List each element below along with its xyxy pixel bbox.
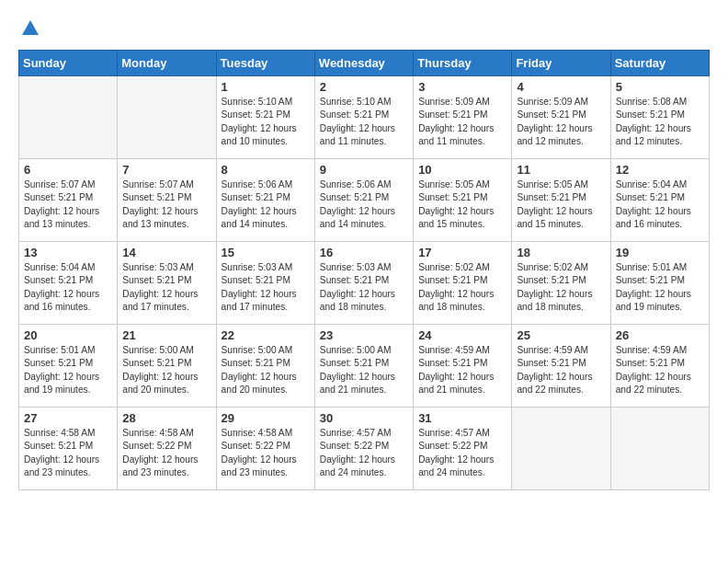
day-number: 25 <box>517 328 605 342</box>
calendar-cell: 29Sunrise: 4:58 AM Sunset: 5:22 PM Dayli… <box>216 408 314 490</box>
calendar-cell: 19Sunrise: 5:01 AM Sunset: 5:21 PM Dayli… <box>610 242 709 325</box>
weekday-friday: Friday <box>512 51 610 76</box>
calendar-cell: 1Sunrise: 5:10 AM Sunset: 5:21 PM Daylig… <box>216 76 314 159</box>
calendar-cell: 25Sunrise: 4:59 AM Sunset: 5:21 PM Dayli… <box>512 325 610 408</box>
cell-content: Sunrise: 5:04 AM Sunset: 5:21 PM Dayligh… <box>24 261 112 314</box>
calendar-cell: 13Sunrise: 5:04 AM Sunset: 5:21 PM Dayli… <box>19 242 118 325</box>
calendar-cell: 6Sunrise: 5:07 AM Sunset: 5:21 PM Daylig… <box>19 159 118 242</box>
calendar-cell: 18Sunrise: 5:02 AM Sunset: 5:21 PM Dayli… <box>512 242 610 325</box>
calendar-cell: 31Sunrise: 4:57 AM Sunset: 5:22 PM Dayli… <box>414 408 512 490</box>
calendar-table: SundayMondayTuesdayWednesdayThursdayFrid… <box>18 50 710 490</box>
week-row-5: 27Sunrise: 4:58 AM Sunset: 5:21 PM Dayli… <box>19 408 710 490</box>
day-number: 1 <box>222 80 310 94</box>
calendar-cell: 7Sunrise: 5:07 AM Sunset: 5:21 PM Daylig… <box>118 159 216 242</box>
cell-content: Sunrise: 5:03 AM Sunset: 5:21 PM Dayligh… <box>222 261 310 314</box>
calendar-cell: 26Sunrise: 4:59 AM Sunset: 5:21 PM Dayli… <box>610 325 709 408</box>
calendar-cell: 12Sunrise: 5:04 AM Sunset: 5:21 PM Dayli… <box>610 159 709 242</box>
calendar-cell: 2Sunrise: 5:10 AM Sunset: 5:21 PM Daylig… <box>314 76 413 159</box>
logo <box>18 18 40 35</box>
day-number: 30 <box>320 411 408 425</box>
calendar-cell <box>512 408 610 490</box>
cell-content: Sunrise: 4:59 AM Sunset: 5:21 PM Dayligh… <box>616 344 704 396</box>
cell-content: Sunrise: 5:00 AM Sunset: 5:21 PM Dayligh… <box>320 344 408 396</box>
day-number: 3 <box>418 80 506 94</box>
day-number: 24 <box>418 328 506 342</box>
day-number: 22 <box>222 328 310 342</box>
day-number: 12 <box>616 163 704 177</box>
day-number: 8 <box>222 163 310 177</box>
weekday-monday: Monday <box>118 51 216 76</box>
calendar-cell: 4Sunrise: 5:09 AM Sunset: 5:21 PM Daylig… <box>512 76 610 159</box>
weekday-wednesday: Wednesday <box>314 51 413 76</box>
day-number: 11 <box>517 163 605 177</box>
week-row-1: 1Sunrise: 5:10 AM Sunset: 5:21 PM Daylig… <box>19 76 710 159</box>
calendar-cell: 14Sunrise: 5:03 AM Sunset: 5:21 PM Dayli… <box>118 242 216 325</box>
day-number: 16 <box>320 246 408 259</box>
day-number: 7 <box>122 163 210 177</box>
cell-content: Sunrise: 5:08 AM Sunset: 5:21 PM Dayligh… <box>616 96 704 148</box>
calendar-cell: 9Sunrise: 5:06 AM Sunset: 5:21 PM Daylig… <box>314 159 413 242</box>
week-row-3: 13Sunrise: 5:04 AM Sunset: 5:21 PM Dayli… <box>19 242 710 325</box>
day-number: 23 <box>320 328 408 342</box>
cell-content: Sunrise: 5:03 AM Sunset: 5:21 PM Dayligh… <box>122 261 210 314</box>
day-number: 20 <box>24 328 112 342</box>
cell-content: Sunrise: 4:58 AM Sunset: 5:21 PM Dayligh… <box>24 427 112 479</box>
day-number: 18 <box>517 246 605 259</box>
day-number: 5 <box>616 80 704 94</box>
calendar-cell <box>19 76 118 159</box>
weekday-sunday: Sunday <box>19 51 118 76</box>
calendar-cell: 11Sunrise: 5:05 AM Sunset: 5:21 PM Dayli… <box>512 159 610 242</box>
cell-content: Sunrise: 5:09 AM Sunset: 5:21 PM Dayligh… <box>418 96 506 148</box>
cell-content: Sunrise: 5:00 AM Sunset: 5:21 PM Dayligh… <box>222 344 310 396</box>
weekday-saturday: Saturday <box>610 51 709 76</box>
cell-content: Sunrise: 5:05 AM Sunset: 5:21 PM Dayligh… <box>418 178 506 231</box>
weekday-header-row: SundayMondayTuesdayWednesdayThursdayFrid… <box>19 51 710 76</box>
calendar-cell: 21Sunrise: 5:00 AM Sunset: 5:21 PM Dayli… <box>118 325 216 408</box>
cell-content: Sunrise: 4:57 AM Sunset: 5:22 PM Dayligh… <box>320 427 408 479</box>
cell-content: Sunrise: 5:05 AM Sunset: 5:21 PM Dayligh… <box>517 178 605 231</box>
cell-content: Sunrise: 5:06 AM Sunset: 5:21 PM Dayligh… <box>222 178 310 231</box>
day-number: 6 <box>24 163 112 177</box>
calendar-cell <box>118 76 216 159</box>
calendar-cell: 24Sunrise: 4:59 AM Sunset: 5:21 PM Dayli… <box>414 325 512 408</box>
cell-content: Sunrise: 5:01 AM Sunset: 5:21 PM Dayligh… <box>24 344 112 396</box>
day-number: 15 <box>222 246 310 259</box>
calendar-body: 1Sunrise: 5:10 AM Sunset: 5:21 PM Daylig… <box>19 76 710 490</box>
logo-icon <box>20 18 40 39</box>
cell-content: Sunrise: 5:06 AM Sunset: 5:21 PM Dayligh… <box>320 178 408 231</box>
cell-content: Sunrise: 5:09 AM Sunset: 5:21 PM Dayligh… <box>517 96 605 148</box>
cell-content: Sunrise: 4:57 AM Sunset: 5:22 PM Dayligh… <box>418 427 506 479</box>
calendar-cell: 5Sunrise: 5:08 AM Sunset: 5:21 PM Daylig… <box>610 76 709 159</box>
cell-content: Sunrise: 5:10 AM Sunset: 5:21 PM Dayligh… <box>222 96 310 148</box>
day-number: 17 <box>418 246 506 259</box>
day-number: 28 <box>122 411 210 425</box>
day-number: 2 <box>320 80 408 94</box>
day-number: 31 <box>418 411 506 425</box>
calendar-cell: 17Sunrise: 5:02 AM Sunset: 5:21 PM Dayli… <box>414 242 512 325</box>
calendar-cell: 15Sunrise: 5:03 AM Sunset: 5:21 PM Dayli… <box>216 242 314 325</box>
cell-content: Sunrise: 5:07 AM Sunset: 5:21 PM Dayligh… <box>122 178 210 231</box>
calendar-cell: 10Sunrise: 5:05 AM Sunset: 5:21 PM Dayli… <box>414 159 512 242</box>
svg-marker-0 <box>22 20 39 35</box>
cell-content: Sunrise: 5:07 AM Sunset: 5:21 PM Dayligh… <box>24 178 112 231</box>
day-number: 26 <box>616 328 704 342</box>
calendar-cell: 30Sunrise: 4:57 AM Sunset: 5:22 PM Dayli… <box>314 408 413 490</box>
cell-content: Sunrise: 4:58 AM Sunset: 5:22 PM Dayligh… <box>222 427 310 479</box>
cell-content: Sunrise: 5:04 AM Sunset: 5:21 PM Dayligh… <box>616 178 704 231</box>
cell-content: Sunrise: 5:01 AM Sunset: 5:21 PM Dayligh… <box>616 261 704 314</box>
cell-content: Sunrise: 5:02 AM Sunset: 5:21 PM Dayligh… <box>517 261 605 314</box>
day-number: 21 <box>122 328 210 342</box>
day-number: 27 <box>24 411 112 425</box>
week-row-2: 6Sunrise: 5:07 AM Sunset: 5:21 PM Daylig… <box>19 159 710 242</box>
calendar-cell <box>610 408 709 490</box>
cell-content: Sunrise: 5:03 AM Sunset: 5:21 PM Dayligh… <box>320 261 408 314</box>
calendar-cell: 16Sunrise: 5:03 AM Sunset: 5:21 PM Dayli… <box>314 242 413 325</box>
week-row-4: 20Sunrise: 5:01 AM Sunset: 5:21 PM Dayli… <box>19 325 710 408</box>
day-number: 10 <box>418 163 506 177</box>
weekday-tuesday: Tuesday <box>216 51 314 76</box>
day-number: 19 <box>616 246 704 259</box>
cell-content: Sunrise: 5:02 AM Sunset: 5:21 PM Dayligh… <box>418 261 506 314</box>
calendar-cell: 23Sunrise: 5:00 AM Sunset: 5:21 PM Dayli… <box>314 325 413 408</box>
calendar-cell: 28Sunrise: 4:58 AM Sunset: 5:22 PM Dayli… <box>118 408 216 490</box>
calendar-cell: 3Sunrise: 5:09 AM Sunset: 5:21 PM Daylig… <box>414 76 512 159</box>
